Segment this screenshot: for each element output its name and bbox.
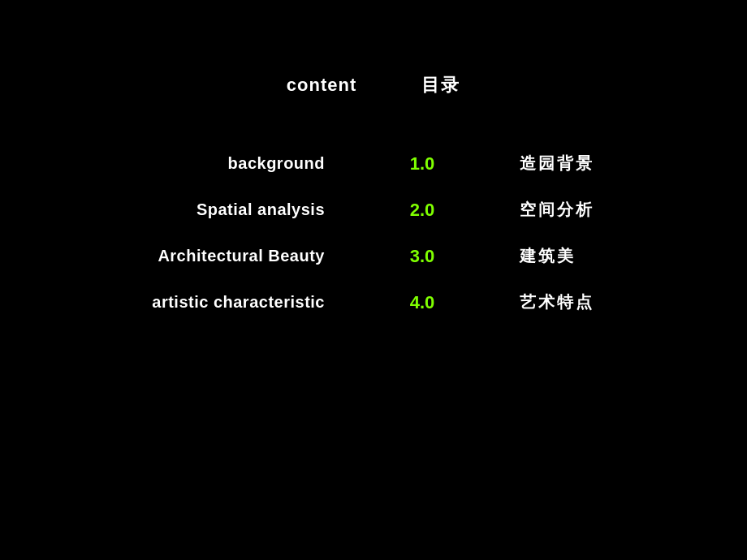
number-label-3: 3.0 <box>398 246 447 267</box>
chinese-label-2: 空间分析 <box>520 199 617 221</box>
english-label-1: background <box>130 154 325 173</box>
chinese-label-3: 建筑美 <box>520 245 617 267</box>
number-label-4: 4.0 <box>398 292 447 313</box>
table-row: Architectural Beauty 3.0 建筑美 <box>130 239 617 274</box>
chinese-label-1: 造园背景 <box>520 153 617 174</box>
number-label-1: 1.0 <box>398 153 447 174</box>
row-gap <box>130 227 617 239</box>
content-table: background 1.0 造园背景 Spatial analysis 2.0… <box>130 146 617 320</box>
row-gap <box>130 181 617 192</box>
chinese-label-4: 艺术特点 <box>520 291 617 313</box>
row-gap <box>130 274 617 285</box>
table-row: artistic characteristic 4.0 艺术特点 <box>130 285 617 320</box>
page-header: content 目录 <box>0 73 747 97</box>
header-chinese: 目录 <box>421 73 460 97</box>
english-label-2: Spatial analysis <box>130 200 325 219</box>
table-row: background 1.0 造园背景 <box>130 146 617 181</box>
header-english: content <box>287 75 356 96</box>
english-label-3: Architectural Beauty <box>130 247 325 265</box>
number-label-2: 2.0 <box>398 200 447 221</box>
table-row: Spatial analysis 2.0 空间分析 <box>130 192 617 227</box>
english-label-4: artistic characteristic <box>130 293 325 312</box>
